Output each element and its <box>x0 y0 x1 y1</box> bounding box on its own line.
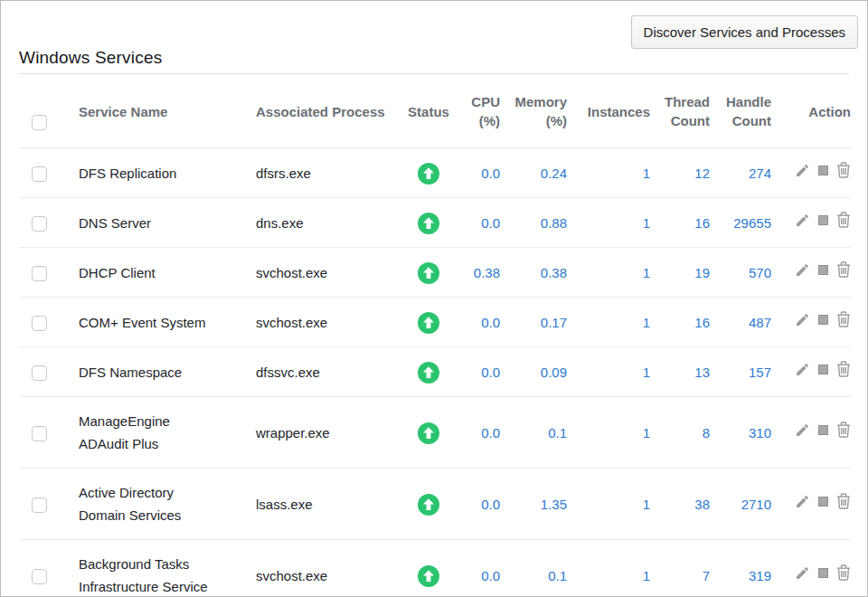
memory-value[interactable]: 0.1 <box>548 568 567 583</box>
stop-icon[interactable] <box>818 265 828 275</box>
associated-process: svchost.exe <box>256 265 327 280</box>
stop-icon[interactable] <box>818 166 828 175</box>
stop-icon[interactable] <box>818 497 828 507</box>
cpu-value[interactable]: 0.0 <box>481 166 500 181</box>
service-name: DNS Server <box>79 215 151 231</box>
status-up-icon <box>418 565 439 587</box>
table-row: COM+ Event System svchost.exe 0.0 0.17 1… <box>19 298 851 347</box>
row-checkbox[interactable] <box>32 266 47 281</box>
cpu-value[interactable]: 0.0 <box>481 315 500 330</box>
memory-value[interactable]: 0.17 <box>541 315 567 330</box>
memory-value[interactable]: 0.24 <box>541 166 567 181</box>
page-title: Windows Services <box>19 48 162 68</box>
row-checkbox[interactable] <box>32 316 47 331</box>
edit-icon[interactable] <box>795 163 810 178</box>
discover-services-button[interactable]: Discover Services and Processes <box>631 15 858 49</box>
associated-process: dfssvc.exe <box>256 365 320 380</box>
cpu-value[interactable]: 0.0 <box>481 497 500 512</box>
thread-count-value[interactable]: 8 <box>703 425 710 441</box>
stop-icon[interactable] <box>818 215 828 225</box>
handle-count-value[interactable]: 29655 <box>733 215 771 231</box>
cpu-value[interactable]: 0.0 <box>481 425 500 441</box>
delete-icon[interactable] <box>836 162 851 178</box>
stop-icon[interactable] <box>818 425 828 435</box>
row-checkbox[interactable] <box>32 426 47 441</box>
delete-icon[interactable] <box>836 361 851 377</box>
edit-icon[interactable] <box>795 422 810 438</box>
delete-icon[interactable] <box>836 261 851 278</box>
cpu-value[interactable]: 0.0 <box>481 365 500 380</box>
handle-count-value[interactable]: 157 <box>749 365 771 380</box>
instances-value[interactable]: 1 <box>643 497 650 512</box>
thread-count-value[interactable]: 19 <box>694 265 710 280</box>
handle-count-value[interactable]: 570 <box>749 265 771 280</box>
select-all-checkbox[interactable] <box>32 115 47 130</box>
edit-icon[interactable] <box>795 362 810 377</box>
instances-value[interactable]: 1 <box>643 315 650 330</box>
row-checkbox[interactable] <box>32 498 47 513</box>
associated-process: svchost.exe <box>256 568 327 583</box>
handle-count-value[interactable]: 319 <box>749 568 771 583</box>
cpu-value[interactable]: 0.38 <box>474 265 500 280</box>
column-header-service-name: Service Name <box>66 74 243 148</box>
thread-count-value[interactable]: 16 <box>694 315 710 330</box>
delete-icon[interactable] <box>836 493 851 509</box>
associated-process: dfsrs.exe <box>256 166 311 181</box>
row-checkbox[interactable] <box>32 216 47 232</box>
memory-value[interactable]: 0.88 <box>541 215 567 231</box>
handle-count-value[interactable]: 2710 <box>741 497 771 512</box>
memory-value[interactable]: 1.35 <box>541 497 567 512</box>
delete-icon[interactable] <box>836 564 851 581</box>
instances-value[interactable]: 1 <box>643 215 650 231</box>
memory-value[interactable]: 0.1 <box>548 425 567 441</box>
instances-value[interactable]: 1 <box>643 425 650 441</box>
row-actions <box>795 261 851 278</box>
thread-count-value[interactable]: 13 <box>694 365 710 380</box>
memory-value[interactable]: 0.38 <box>541 265 567 280</box>
column-header-associated-process: Associated Process <box>243 74 401 148</box>
stop-icon[interactable] <box>818 568 828 578</box>
handle-count-value[interactable]: 487 <box>749 315 771 330</box>
delete-icon[interactable] <box>836 422 851 438</box>
service-name: DHCP Client <box>79 265 156 280</box>
edit-icon[interactable] <box>795 262 810 278</box>
table-row: DNS Server dns.exe 0.0 0.88 1 16 29655 <box>19 198 851 248</box>
service-name: ManageEngine ADAudit Plus <box>79 413 170 451</box>
column-header-handle-count: Handle Count <box>712 74 773 148</box>
row-checkbox[interactable] <box>32 365 47 381</box>
edit-icon[interactable] <box>795 565 810 581</box>
cpu-value[interactable]: 0.0 <box>481 568 500 583</box>
service-name: DFS Replication <box>79 166 176 181</box>
edit-icon[interactable] <box>795 312 810 327</box>
memory-value[interactable]: 0.09 <box>541 365 567 380</box>
delete-icon[interactable] <box>836 311 851 327</box>
instances-value[interactable]: 1 <box>643 265 650 280</box>
delete-icon[interactable] <box>836 212 851 228</box>
table-header: Service Name Associated Process Status C… <box>19 74 851 148</box>
status-up-icon <box>418 163 439 185</box>
stop-icon[interactable] <box>818 315 828 325</box>
column-header-action: Action <box>773 74 851 148</box>
row-checkbox[interactable] <box>32 569 47 584</box>
row-actions <box>795 311 851 327</box>
thread-count-value[interactable]: 16 <box>694 215 710 231</box>
handle-count-value[interactable]: 274 <box>749 166 771 181</box>
stop-icon[interactable] <box>818 365 828 374</box>
edit-icon[interactable] <box>795 213 810 228</box>
thread-count-value[interactable]: 38 <box>694 497 710 512</box>
column-header-status: Status <box>401 74 457 148</box>
instances-value[interactable]: 1 <box>643 365 650 380</box>
associated-process: svchost.exe <box>256 315 327 330</box>
thread-count-value[interactable]: 12 <box>694 166 710 181</box>
thread-count-value[interactable]: 7 <box>703 568 710 583</box>
cpu-value[interactable]: 0.0 <box>481 215 500 231</box>
instances-value[interactable]: 1 <box>643 568 650 583</box>
edit-icon[interactable] <box>795 494 810 509</box>
service-name: Background Tasks Infrastructure Service <box>79 556 208 594</box>
handle-count-value[interactable]: 310 <box>749 425 771 441</box>
row-checkbox[interactable] <box>32 166 47 182</box>
row-actions <box>795 212 851 228</box>
instances-value[interactable]: 1 <box>643 166 650 181</box>
column-header-memory: Memory (%) <box>502 74 569 148</box>
status-up-icon <box>418 262 439 284</box>
